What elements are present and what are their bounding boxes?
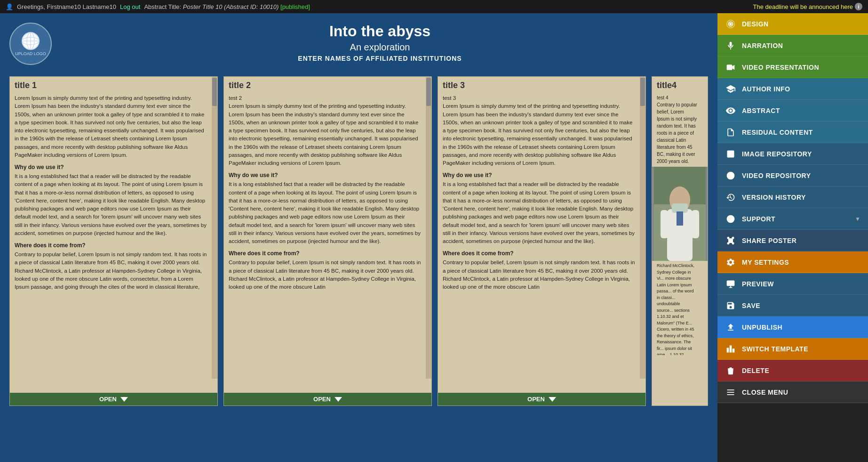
eye-icon <box>725 105 736 116</box>
upload-icon <box>725 322 736 333</box>
sidebar-item-video-presentation[interactable]: VIDEO PRESENTATION <box>717 57 868 78</box>
svg-marker-17 <box>732 65 734 70</box>
sidebar-item-switch-template[interactable]: SWITCH TEMPLATE <box>717 338 868 360</box>
column-3: title 3 test 3 Lorem Ipsum is simply dum… <box>438 76 646 406</box>
col4-body: test 4 Contrary to popular belief, Lorem… <box>652 92 708 167</box>
poster-title[interactable]: Into the abyss <box>52 23 708 40</box>
col1-s1-body: It is a long established fact that a rea… <box>15 172 207 237</box>
columns-area: title 1 Lorem Ipsum is simply dummy text… <box>9 76 708 453</box>
graduation-icon <box>725 83 736 95</box>
sidebar-narration-label: NARRATION <box>742 42 783 49</box>
sidebar-support-label: SUPPORT <box>742 215 775 223</box>
sidebar-item-residual-content[interactable]: RESIDUAL CONTENT <box>717 122 868 143</box>
col2-s2-title: Where does it come from? <box>229 249 421 258</box>
sidebar-item-narration[interactable]: NARRATION <box>717 35 868 57</box>
col3-subtitle: test 3 <box>443 94 635 102</box>
column-2: title 2 test 2 Lorem Ipsum is simply dum… <box>223 76 432 406</box>
sidebar: DESIGN NARRATION VIDEO PRESENTATION AUTH… <box>717 13 868 462</box>
sidebar-share-poster-label: SHARE POSTER <box>742 237 796 244</box>
sidebar-version-history-label: VERSION HISTORY <box>742 194 806 201</box>
svg-point-13 <box>729 23 732 25</box>
video-icon <box>725 62 736 73</box>
sidebar-item-preview[interactable]: PREVIEW <box>717 273 868 295</box>
col4-image <box>652 167 708 261</box>
col1-title[interactable]: title 1 <box>10 77 217 92</box>
col4-subtitle: test 4 <box>657 94 697 101</box>
sidebar-image-repo-label: IMAGE REPOSITORY <box>742 150 812 158</box>
col2-title[interactable]: title 2 <box>224 77 431 92</box>
column-3-content: title 3 test 3 Lorem Ipsum is simply dum… <box>438 77 645 393</box>
sidebar-abstract-label: ABSTRACT <box>742 107 780 114</box>
poster-institutions[interactable]: ENTER NAMES OF AFFILIATED INSTITUTIONS <box>52 55 708 62</box>
sidebar-close-menu-label: CLOSE MENU <box>742 389 788 396</box>
poster-area: UPLOAD LOGO Into the abyss An exploratio… <box>0 13 717 462</box>
sidebar-item-close-menu[interactable]: CLOSE MENU <box>717 381 868 403</box>
sidebar-item-version-history[interactable]: VERSION HISTORY <box>717 186 868 208</box>
svg-rect-16 <box>727 65 733 70</box>
sidebar-item-abstract[interactable]: ABSTRACT <box>717 100 868 122</box>
col4-caption: Richard McClintock, Sydney College in Vi… <box>652 261 708 355</box>
sidebar-item-author-info[interactable]: AUTHOR INFO <box>717 78 868 100</box>
sidebar-residual-label: RESIDUAL CONTENT <box>742 129 813 136</box>
column-1-content: title 1 Lorem Ipsum is simply dummy text… <box>10 77 217 393</box>
svg-rect-10 <box>677 211 683 226</box>
upload-logo-button[interactable]: UPLOAD LOGO <box>9 23 52 65</box>
sidebar-item-design[interactable]: DESIGN <box>717 13 868 35</box>
sidebar-save-label: SAVE <box>742 302 760 309</box>
col3-title[interactable]: title 3 <box>438 77 645 92</box>
sidebar-switch-template-label: SWITCH TEMPLATE <box>742 345 808 353</box>
col2-open-button[interactable]: OPEN <box>224 393 431 405</box>
col4-title[interactable]: title4 <box>652 77 708 92</box>
col4-body-text: Contrary to popular belief, Lorem Ipsum … <box>657 101 697 165</box>
col2-s1-body: It is a long established fact that a rea… <box>229 180 421 245</box>
col3-body: test 3 Lorem Ipsum is simply dummy text … <box>438 92 645 293</box>
svg-rect-11 <box>661 210 668 238</box>
poster-subtitle[interactable]: An exploration <box>52 42 708 53</box>
column-1: title 1 Lorem Ipsum is simply dummy text… <box>9 76 218 406</box>
col1-intro: Lorem Ipsum is simply dummy text of the … <box>15 94 207 159</box>
trash-icon <box>725 365 736 376</box>
menu-icon <box>725 387 736 398</box>
gear-icon <box>725 257 736 268</box>
col1-body: Lorem Ipsum is simply dummy text of the … <box>10 92 217 293</box>
col3-s1-body: It is a long established fact that a rea… <box>443 180 635 245</box>
col3-open-button[interactable]: OPEN <box>438 393 645 405</box>
sidebar-unpublish-label: UNPUBLISH <box>742 324 782 331</box>
sidebar-preview-label: PREVIEW <box>742 280 774 288</box>
sidebar-item-my-settings[interactable]: MY SETTINGS <box>717 251 868 273</box>
video-repo-icon <box>725 170 736 181</box>
mic-icon <box>725 40 736 51</box>
sidebar-item-share-poster[interactable]: SHARE POSTER <box>717 230 868 251</box>
col3-body-text: Lorem Ipsum is simply dummy text of the … <box>443 102 635 167</box>
sidebar-item-unpublish[interactable]: UNPUBLISH <box>717 316 868 338</box>
sidebar-design-label: DESIGN <box>742 20 769 28</box>
col1-s1-title: Why do we use it? <box>15 163 207 171</box>
col1-open-button[interactable]: OPEN <box>10 393 217 405</box>
sidebar-item-delete[interactable]: DELETE <box>717 360 868 381</box>
sidebar-item-image-repository[interactable]: IMAGE REPOSITORY <box>717 143 868 165</box>
monitor-icon <box>725 278 736 290</box>
sidebar-item-video-repository[interactable]: VIDEO REPOSITORY <box>717 165 868 186</box>
logout-link[interactable]: Log out <box>120 3 140 10</box>
main-container: UPLOAD LOGO Into the abyss An exploratio… <box>0 13 868 462</box>
sidebar-video-pres-label: VIDEO PRESENTATION <box>742 64 819 71</box>
sidebar-video-repo-label: VIDEO REPOSITORY <box>742 172 811 179</box>
svg-point-19 <box>729 152 730 153</box>
col2-s1-title: Why do we use it? <box>229 171 421 179</box>
sidebar-item-support[interactable]: SUPPORT ▼ <box>717 208 868 230</box>
col2-body-text: Lorem Ipsum is simply dummy text of the … <box>229 102 421 167</box>
switch-icon <box>725 343 736 355</box>
svg-rect-12 <box>692 210 699 238</box>
abstract-info: Abstract Title: Poster Title 10 (Abstrac… <box>144 3 310 10</box>
col1-s2-title: Where does it come from? <box>15 241 207 250</box>
share-icon <box>725 235 736 246</box>
sidebar-item-save[interactable]: SAVE <box>717 295 868 316</box>
deadline-area: The deadline will be announced here i <box>753 3 863 10</box>
info-icon[interactable]: i <box>855 3 862 10</box>
title-section: Into the abyss An exploration ENTER NAME… <box>52 23 708 62</box>
col1-s2-body: Contrary to popular belief, Lorem Ipsum … <box>15 251 207 291</box>
paint-icon <box>725 18 736 30</box>
globe-icon <box>725 213 736 225</box>
support-dropdown-icon: ▼ <box>855 216 860 222</box>
column-2-content: title 2 test 2 Lorem Ipsum is simply dum… <box>224 77 431 393</box>
